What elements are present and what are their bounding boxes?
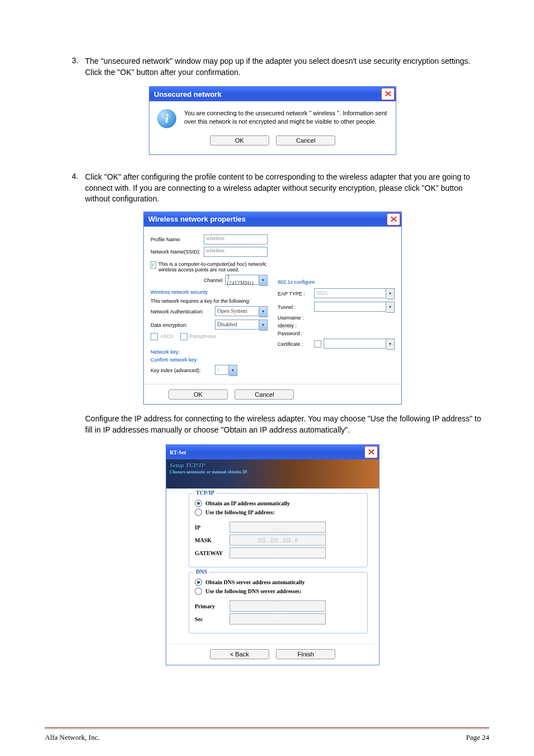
use-dns-radio[interactable]: Use the following DNS server addresses: [195, 588, 362, 595]
gateway-label: GATEWAY [195, 550, 229, 556]
ssid-label: Network Name(SSID): [151, 249, 204, 255]
obtain-dns-radio[interactable]: Obtain DNS server address automatically [195, 579, 362, 586]
eap-type-label: EAP TYPE : [278, 291, 314, 297]
dialog2-title: Wireless network properties [148, 215, 387, 223]
tcpip-fieldset: TCP/IP Obtain an IP address automaticall… [189, 493, 368, 567]
ip-label: IP [195, 524, 229, 530]
sec-dns-label: Sec [195, 616, 229, 622]
chevron-down-icon: ▾ [259, 275, 268, 286]
profile-name-input[interactable]: wireless [204, 234, 268, 245]
certificate-checkbox[interactable]: ✓ [314, 340, 321, 348]
dns-legend: DNS [194, 569, 209, 575]
dialog1-titlebar: Unsecured network ✕ [149, 87, 396, 101]
identity-label: Identity : [278, 323, 314, 328]
ssid-input[interactable]: wireless [204, 247, 268, 257]
password-label: Password : [278, 331, 314, 336]
close-icon[interactable]: ✕ [387, 213, 400, 226]
wireless-properties-dialog: Wireless network properties ✕ Profile Na… [143, 212, 402, 405]
ascii-checkbox[interactable]: ✓ [151, 333, 158, 340]
sec-dns-input[interactable]: . . . [229, 613, 326, 624]
close-icon[interactable]: ✕ [364, 446, 378, 458]
back-button[interactable]: < Back [210, 649, 269, 659]
use-ip-radio[interactable]: Use the following IP address: [195, 509, 362, 516]
adhoc-label: This is a computer-to-computer(ad hoc) n… [158, 261, 268, 273]
certificate-select[interactable]: ▾ [324, 339, 395, 350]
auth-label: Network Authentication: [151, 309, 215, 314]
channel-select[interactable]: 1 (2412MHz)▾ [225, 275, 268, 286]
hero-subtitle: Chooses automatic or manual obtains IP. [170, 469, 376, 475]
dialog2-titlebar: Wireless network properties ✕ [144, 212, 401, 227]
mask-input[interactable]: 255 . 255 . 255 . 0 [229, 534, 326, 546]
tunnel-select[interactable]: ▾ [314, 302, 395, 313]
ip-input[interactable]: . . . [229, 522, 326, 533]
footer-company: Alfa Network, Inc. [45, 733, 100, 742]
security-requires-label: This network requires a key for the foll… [151, 298, 268, 304]
adhoc-checkbox[interactable]: ✓ [151, 261, 156, 269]
username-label: Username : [278, 315, 314, 321]
dialog3-title: RT-Set [170, 449, 364, 456]
dialog3-hero: Setup TCP/IP Chooses automatic or manual… [166, 459, 379, 489]
cancel-button[interactable]: Cancel [276, 135, 335, 145]
encryption-select[interactable]: Disabled▾ [215, 320, 268, 331]
step4-text: Click "OK" after configuring the profile… [85, 172, 489, 205]
rtset-tcpip-dialog: RT-Set ✕ Setup TCP/IP Chooses automatic … [166, 444, 380, 665]
dialog1-message: You are connecting to the unsecured netw… [184, 109, 388, 128]
network-key-label: Network key: [151, 349, 215, 355]
chevron-down-icon: ▾ [386, 288, 395, 299]
step3-text: The "unsecured network" window may pop u… [85, 56, 489, 78]
chevron-down-icon: ▾ [386, 339, 395, 350]
ascii-label: ASCII [160, 334, 174, 339]
ok-button[interactable]: OK [168, 389, 228, 400]
chevron-down-icon: ▾ [386, 302, 395, 313]
hero-title: Setup TCP/IP [170, 462, 376, 468]
eap-type-select[interactable]: MD5▾ [314, 288, 395, 299]
profile-name-label: Profile Name: [151, 237, 204, 242]
chevron-down-icon: ▾ [259, 320, 268, 331]
obtain-ip-radio[interactable]: Obtain an IP address automatically [195, 500, 362, 507]
certificate-label: Certificate : [278, 341, 314, 347]
chevron-down-icon: ▾ [259, 306, 268, 317]
configure-ip-text: Configure the IP address for connecting … [85, 414, 489, 435]
footer-rule [45, 727, 489, 729]
security-header: Wireless network security [151, 289, 268, 295]
8021x-header: 802.1x configure [278, 279, 395, 285]
auth-select[interactable]: Open System▾ [215, 306, 268, 317]
key-index-label: Key index (advanced): [151, 368, 215, 373]
unsecured-network-dialog: Unsecured network ✕ i You are connecting… [149, 86, 396, 155]
step4-number: 4. [56, 172, 85, 205]
channel-label: Channel [204, 278, 223, 283]
cancel-button[interactable]: Cancel [235, 389, 294, 400]
chevron-down-icon: ▾ [229, 365, 237, 376]
passphrase-checkbox[interactable]: ✓ [180, 333, 188, 340]
mask-label: MASK [195, 537, 229, 543]
gateway-input[interactable]: . . . [229, 547, 326, 558]
key-index-select[interactable]: 1▾ [215, 365, 237, 376]
tunnel-label: Tunnel : [278, 304, 314, 310]
dns-fieldset: DNS Obtain DNS server address automatica… [189, 572, 368, 633]
confirm-key-label: Confirm network key: [151, 357, 215, 363]
passphrase-label: Passphrase [190, 334, 217, 339]
close-icon[interactable]: ✕ [381, 88, 395, 100]
ok-button[interactable]: OK [210, 135, 269, 145]
encryption-label: Data encryption: [151, 322, 215, 328]
tcpip-legend: TCP/IP [194, 490, 217, 496]
primary-dns-label: Primary [195, 603, 229, 609]
step3-number: 3. [56, 56, 85, 78]
primary-dns-input[interactable]: . . . [229, 600, 326, 612]
dialog3-titlebar: RT-Set ✕ [166, 445, 379, 459]
dialog1-title: Unsecured network [154, 90, 381, 98]
info-icon: i [157, 109, 176, 128]
footer-page-number: Page 24 [466, 733, 489, 742]
finish-button[interactable]: Finish [276, 649, 335, 659]
